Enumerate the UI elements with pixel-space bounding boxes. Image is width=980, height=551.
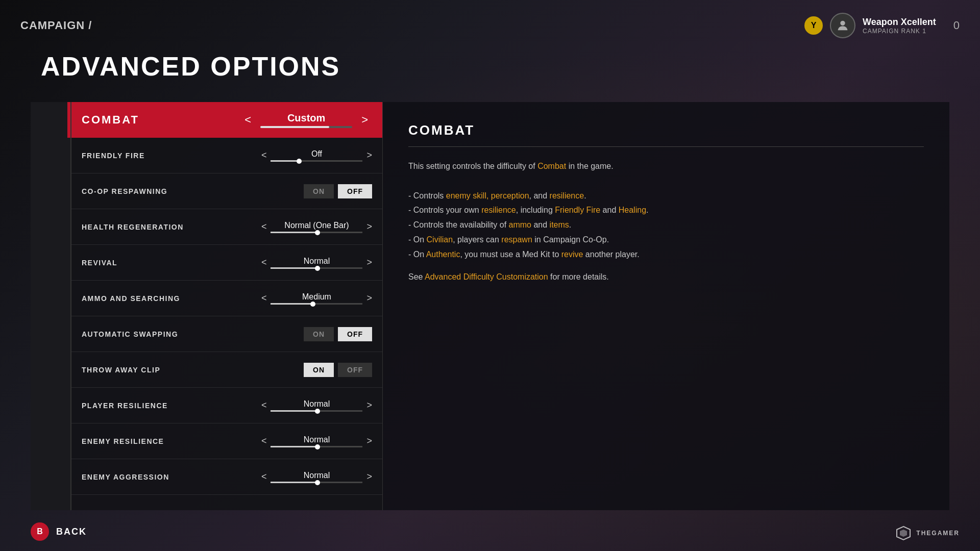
info-bullet-1: - Controls enemy skill, perception, and … [408,189,924,204]
ff-arrow-left[interactable]: < [261,150,267,161]
combat-arrow-left[interactable]: < [240,111,255,129]
settings-panel: COMBAT < Custom > FRIENDLY FIRE < Off [71,102,383,510]
setting-label-enemy-aggression: ENEMY AGGRESSION [82,473,169,481]
ea-arrow-left[interactable]: < [261,471,267,482]
category-list [31,102,71,510]
setting-row-enemy-resilience: ENEMY RESILIENCE < Normal > [71,423,382,459]
rv-text: Normal [271,257,362,266]
combat-header-row: COMBAT < Custom > [71,102,382,138]
hr-text: Normal (One Bar) [271,221,362,230]
setting-row-revival: REVIVAL < Normal > [71,245,382,281]
as-track [271,303,362,305]
setting-row-throw-clip: THROW AWAY CLIP ON OFF [71,352,382,388]
breadcrumb: CAMPAIGN / [20,19,92,32]
ff-fill [271,160,298,162]
info-bullet-5: - On Authentic, you must use a Med Kit t… [408,247,924,262]
autoswap-toggle-off[interactable]: OFF [338,327,372,341]
user-info: Y Weapon Xcellent CAMPAIGN RANK 1 0 [804,13,960,38]
combat-header-label: COMBAT [82,113,139,127]
setting-control-revival: < Normal > [261,257,372,269]
coop-toggle-on[interactable]: ON [304,184,334,198]
info-hl-friendly: Friendly Fire [555,206,600,214]
pr-track [271,410,362,412]
ea-arrow-right[interactable]: > [366,471,372,482]
combat-slider-fill [260,126,329,128]
rv-arrow-right[interactable]: > [366,257,372,268]
setting-control-enemy-resilience: < Normal > [261,435,372,447]
setting-row-enemy-aggression: ENEMY AGGRESSION < Normal > [71,459,382,495]
as-arrow-left[interactable]: < [261,293,267,304]
rv-arrow-left[interactable]: < [261,257,267,268]
setting-control-coop-respawning: ON OFF [304,184,372,198]
rv-value: Normal [271,257,362,269]
main-layout: COMBAT < Custom > FRIENDLY FIRE < Off [31,102,949,510]
setting-row-ammo: AMMO AND SEARCHING < Medium > [71,281,382,316]
throwclip-toggle-off[interactable]: OFF [338,363,372,377]
hr-value: Normal (One Bar) [271,221,362,233]
autoswap-toggle-on[interactable]: ON [304,327,334,341]
avatar-icon [836,18,850,33]
setting-control-friendly-fire: < Off > [261,149,372,162]
rv-fill [271,267,316,269]
info-hl-authentic: Authentic [426,250,460,259]
watermark: THEGAMER [896,525,960,541]
setting-row-auto-swapping: AUTOMATIC SWAPPING ON OFF [71,316,382,352]
info-intro: This setting controls the difficulty of … [408,159,924,174]
hr-arrow-left[interactable]: < [261,221,267,232]
as-value: Medium [271,292,362,305]
hr-arrow-right[interactable]: > [366,221,372,232]
info-hl-healing: Healing [619,206,646,214]
ff-text: Off [271,149,362,159]
setting-row-friendly-fire: FRIENDLY FIRE < Off > [71,138,382,173]
er-value: Normal [271,435,362,447]
pr-fill [271,410,316,412]
pr-arrow-left[interactable]: < [261,400,267,411]
back-button-area[interactable]: B BACK [31,522,87,541]
setting-control-ammo: < Medium > [261,292,372,305]
info-bullet-3: - Controls the availability of ammo and … [408,218,924,233]
info-hl-skill: enemy skill, perception [446,191,529,200]
category-indicator [67,102,70,138]
b-button[interactable]: B [31,522,49,541]
setting-row-player-resilience: PLAYER RESILIENCE < Normal > [71,388,382,423]
rv-thumb [315,266,320,271]
as-text: Medium [271,292,362,302]
info-hl-resilience: resilience [550,191,584,200]
info-hl-own-resilience: resilience [481,206,516,214]
er-text: Normal [271,435,362,444]
combat-arrow-right[interactable]: > [357,111,372,129]
pr-arrow-right[interactable]: > [366,400,372,411]
as-fill [271,303,312,305]
hr-thumb [315,230,320,235]
setting-control-throw-clip: ON OFF [304,363,372,377]
er-arrow-right[interactable]: > [366,436,372,446]
throwclip-toggle-on[interactable]: ON [304,363,334,377]
as-arrow-right[interactable]: > [366,293,372,304]
ea-track [271,482,362,483]
y-button[interactable]: Y [804,16,823,35]
info-title: COMBAT [408,122,924,147]
info-link[interactable]: Advanced Difficulty Customization [425,272,548,281]
setting-label-auto-swapping: AUTOMATIC SWAPPING [82,330,178,338]
rv-track [271,267,362,269]
back-label: BACK [56,527,87,537]
setting-label-ammo: AMMO AND SEARCHING [82,294,180,303]
ff-value: Off [271,149,362,162]
hr-track [271,232,362,233]
as-thumb [310,302,315,307]
er-arrow-left[interactable]: < [261,436,267,446]
hr-fill [271,232,316,233]
pr-text: Normal [271,399,362,409]
user-avatar [830,13,855,38]
setting-label-player-resilience: PLAYER RESILIENCE [82,402,168,410]
user-rank: CAMPAIGN RANK 1 [863,28,936,35]
setting-label-friendly-fire: FRIENDLY FIRE [82,152,145,160]
setting-control-health-regen: < Normal (One Bar) > [261,221,372,233]
info-hl-ammo: ammo [509,220,531,229]
info-bullet-2: - Controls your own resilience, includin… [408,203,924,218]
setting-control-enemy-aggression: < Normal > [261,471,372,483]
setting-control-player-resilience: < Normal > [261,399,372,412]
user-name: Weapon Xcellent [863,17,936,28]
coop-toggle-off[interactable]: OFF [338,184,372,198]
ff-arrow-right[interactable]: > [366,150,372,161]
